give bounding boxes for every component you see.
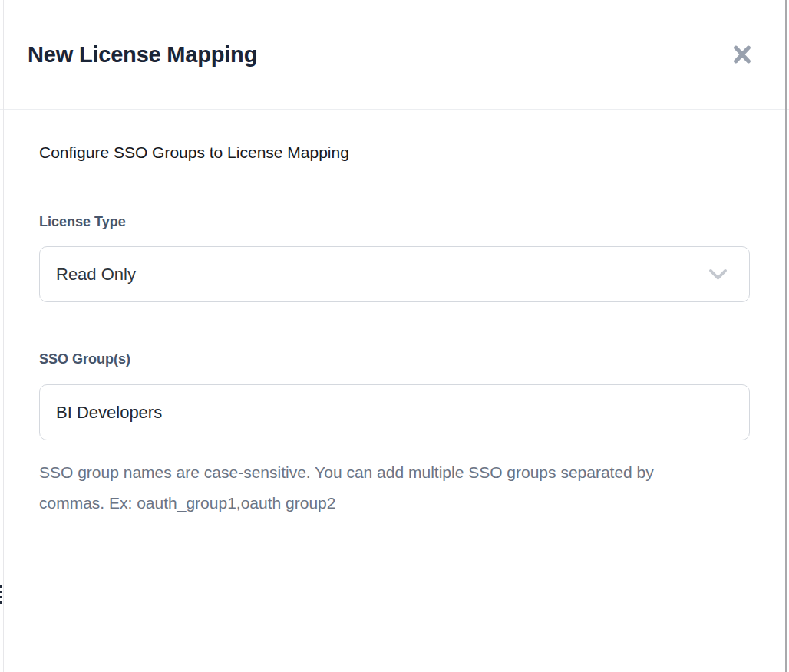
new-license-mapping-modal: New License Mapping Configure SSO Groups…	[0, 0, 789, 672]
right-border	[785, 0, 787, 672]
license-type-select[interactable]: Read Only	[39, 246, 750, 302]
sso-groups-label: SSO Group(s)	[39, 351, 750, 367]
modal-body: Configure SSO Groups to License Mapping …	[0, 143, 789, 519]
license-type-label: License Type	[39, 214, 750, 230]
menu-lines-icon	[0, 585, 2, 607]
license-type-value: Read Only	[56, 265, 136, 285]
chevron-down-icon	[708, 268, 728, 282]
background-page-edge	[3, 0, 4, 672]
close-button[interactable]	[730, 42, 754, 67]
sso-groups-input[interactable]	[39, 384, 750, 440]
modal-subtitle: Configure SSO Groups to License Mapping	[39, 143, 750, 162]
modal-header: New License Mapping	[0, 0, 789, 110]
modal-title: New License Mapping	[28, 42, 257, 68]
sso-groups-help-text: SSO group names are case-sensitive. You …	[39, 457, 688, 519]
x-icon	[731, 44, 754, 65]
